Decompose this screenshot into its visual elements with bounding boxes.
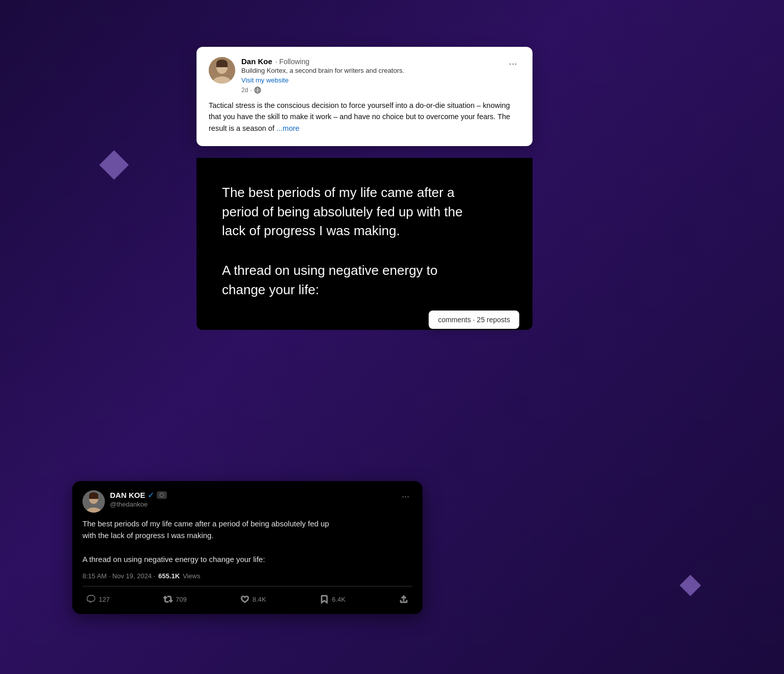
twitter-post-line2: with the lack of progress I was making. — [82, 531, 214, 540]
heart-icon — [240, 595, 249, 604]
twitter-actions-bar: 127 709 8.4K 6.4K — [82, 593, 412, 606]
twitter-post-meta: 8:15 AM · Nov 19, 2024 · 655.1K Views — [82, 572, 412, 580]
share-icon — [399, 595, 408, 604]
twitter-user-info: DAN KOE ✓ ⬡ @thedankoe — [110, 490, 399, 508]
twitter-views-count: 655.1K — [158, 572, 180, 580]
twitter-bookmarks-count: 6.4K — [332, 596, 346, 603]
linkedin-more-button[interactable]: ··· — [506, 57, 520, 69]
svg-rect-16 — [89, 495, 98, 499]
linkedin-post-age: 2d — [241, 87, 248, 94]
twitter-divider — [82, 586, 412, 586]
linkedin-card: Dan Koe · Following Building Kortex, a s… — [197, 47, 533, 146]
svg-marker-0 — [99, 150, 129, 180]
linkedin-name-row: Dan Koe · Following — [241, 57, 506, 66]
twitter-thread-label: A thread on using negative energy to cha… — [82, 555, 265, 564]
linkedin-following-label: · Following — [275, 58, 310, 66]
svg-rect-6 — [216, 63, 228, 67]
linkedin-avatar — [209, 57, 235, 83]
twitter-comments-count: 127 — [99, 596, 110, 603]
twitter-retweets-button[interactable]: 709 — [159, 593, 191, 606]
quote-thread-text: A thread on using negative energy to cha… — [222, 261, 507, 299]
svg-marker-1 — [680, 575, 701, 596]
twitter-post-line1: The best periods of my life came after a… — [82, 519, 329, 528]
bookmark-icon — [320, 595, 329, 604]
globe-icon — [254, 87, 261, 94]
retweet-icon — [163, 595, 173, 604]
twitter-author-name: DAN KOE — [110, 491, 145, 499]
twitter-name-row: DAN KOE ✓ ⬡ — [110, 490, 399, 500]
linkedin-post-content: Tactical stress is the conscious decisio… — [209, 101, 510, 132]
linkedin-dot: · — [250, 87, 251, 94]
twitter-time: 8:15 AM · Nov 19, 2024 · — [82, 572, 155, 580]
linkedin-user-info: Dan Koe · Following Building Kortex, a s… — [241, 57, 506, 94]
linkedin-author-name: Dan Koe — [241, 57, 272, 66]
twitter-likes-button[interactable]: 8.4K — [236, 593, 270, 606]
twitter-avatar — [82, 490, 105, 513]
twitter-verified-icon: ✓ — [148, 490, 154, 500]
quote-main-text: The best periods of my life came after a… — [222, 183, 507, 241]
linkedin-website-link[interactable]: Visit my website — [241, 76, 289, 84]
linkedin-header: Dan Koe · Following Building Kortex, a s… — [209, 57, 520, 94]
twitter-share-button[interactable] — [395, 593, 412, 606]
twitter-comments-button[interactable]: 127 — [82, 593, 114, 606]
twitter-likes-count: 8.4K — [253, 596, 266, 603]
linkedin-bio: Building Kortex, a second brain for writ… — [241, 67, 506, 74]
quote-thread-line2: change your life: — [222, 282, 319, 297]
twitter-more-button[interactable]: ··· — [399, 490, 412, 503]
floating-comments-badge: comments · 25 reposts — [429, 311, 519, 329]
quote-line1: The best periods of my life came after a — [222, 185, 455, 200]
linkedin-post-text: Tactical stress is the conscious decisio… — [209, 100, 520, 134]
twitter-views-label: Views — [183, 572, 200, 580]
quote-thread-line1: A thread on using negative energy to — [222, 263, 438, 278]
twitter-handle: @thedankoe — [110, 500, 399, 508]
comment-icon — [87, 595, 96, 604]
twitter-badge: ⬡ — [157, 491, 167, 499]
linkedin-post-meta: 2d · — [241, 87, 506, 94]
twitter-post-text: The best periods of my life came after a… — [82, 518, 412, 565]
twitter-header: DAN KOE ✓ ⬡ @thedankoe ··· — [82, 490, 412, 513]
floating-badge-text: comments · 25 reposts — [438, 316, 510, 324]
twitter-reposts-count: 709 — [176, 596, 187, 603]
twitter-bookmarks-button[interactable]: 6.4K — [316, 593, 350, 606]
quote-line2: period of being absolutely fed up with t… — [222, 204, 463, 219]
quote-line3: lack of progress I was making. — [222, 223, 400, 238]
twitter-card: DAN KOE ✓ ⬡ @thedankoe ··· The best peri… — [72, 481, 423, 614]
quote-card: The best periods of my life came after a… — [197, 158, 533, 330]
linkedin-more-link[interactable]: ...more — [276, 124, 299, 132]
